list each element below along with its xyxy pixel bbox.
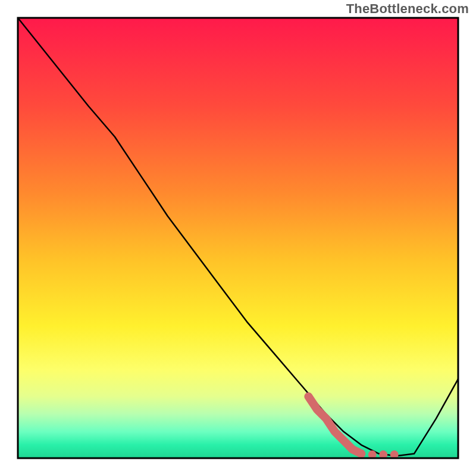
watermark-text: TheBottleneck.com	[346, 1, 469, 17]
chart-container: TheBottleneck.com	[0, 0, 476, 476]
series-highlight-dots-dot	[357, 450, 365, 458]
chart-background	[18, 18, 458, 458]
chart-svg	[0, 0, 476, 476]
